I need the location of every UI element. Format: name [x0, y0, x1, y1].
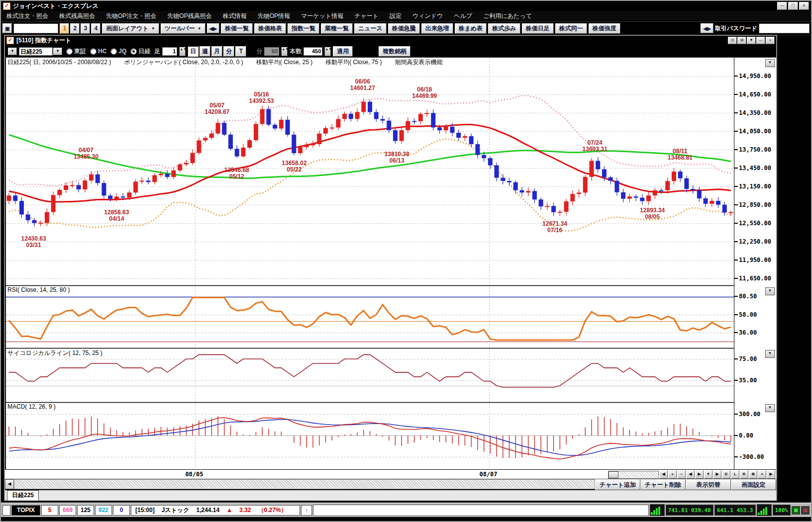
menu-item[interactable]: 設定	[384, 12, 407, 20]
minimize-icon[interactable]: —	[777, 2, 787, 10]
layout-preset-button[interactable]: 2	[70, 23, 80, 34]
minimize-icon[interactable]: —	[756, 37, 765, 44]
axis-tickmark	[734, 260, 738, 261]
legend-item: 期間高安表示機能	[395, 58, 443, 67]
radio-icon	[110, 48, 117, 55]
legend-item: ボリンジャーバンド( Close, 20, 2.0, -2.0, 0 )	[124, 58, 243, 67]
print-icon[interactable]: ⊡	[728, 37, 737, 44]
nav-button[interactable]: ◀	[686, 470, 695, 479]
menu-item[interactable]: ヘルプ	[448, 12, 478, 20]
toolbar-menu-button[interactable]: ツールバー▼	[161, 23, 205, 34]
market-radio-JQ[interactable]: JQ	[110, 47, 126, 56]
shortcut-button[interactable]: 株価日足	[522, 23, 554, 34]
screen-layout-button[interactable]: 画面レイアウト▼	[102, 23, 159, 34]
market-radio-東証[interactable]: 東証	[66, 47, 86, 56]
nav-button[interactable]: ▼	[704, 470, 712, 479]
nav-button[interactable]: −	[677, 470, 686, 479]
plot-zone: 日経225( 日, 2006/10/25 - 2008/08/22 )ボリンジャ…	[5, 58, 734, 469]
market-radio-日経[interactable]: 日経	[130, 47, 150, 56]
maximize-icon[interactable]: □	[788, 2, 798, 10]
market-radio-HC[interactable]: HC	[90, 47, 106, 56]
panel-dropdown-icon[interactable]: ▼	[765, 350, 775, 358]
period-button-T[interactable]: T	[235, 46, 246, 57]
axis-tick-label: -300.00	[739, 453, 764, 460]
toolbar-collapse-icon[interactable]: ◀▶	[207, 23, 219, 33]
nav-button[interactable]: D	[722, 470, 730, 479]
quick-entry-input[interactable]	[13, 23, 58, 33]
nav-button[interactable]: ◀	[659, 470, 668, 479]
close-icon[interactable]: ×	[799, 2, 809, 10]
multi-symbol-button[interactable]: 複数銘柄	[379, 46, 410, 57]
menu-item[interactable]: チャート	[349, 12, 384, 20]
nav-button[interactable]: ＋	[668, 470, 677, 479]
chart-action-button[interactable]: 画面設定	[731, 479, 776, 490]
bar-interval-input[interactable]	[162, 47, 177, 56]
menu-item[interactable]: マーケット情報	[296, 12, 349, 20]
menu-item[interactable]: 先物OP残高照会	[162, 12, 217, 20]
scrollbar-thumb[interactable]	[609, 471, 618, 478]
chart-mini-scrollbar[interactable]	[608, 471, 659, 479]
scroll-up-icon[interactable]: ↑	[301, 505, 312, 516]
chevron-down-icon[interactable]: ▼	[8, 48, 17, 55]
layout-preset-button[interactable]: 4	[91, 23, 101, 34]
chart-action-button[interactable]: チャート追加	[595, 479, 640, 490]
scroll-left-icon[interactable]: ◀	[5, 479, 14, 489]
shortcut-button[interactable]: 出来急増	[421, 23, 453, 34]
horizontal-scrollbar[interactable]	[14, 479, 595, 489]
price-chart-canvas[interactable]	[6, 58, 734, 469]
shortcut-button[interactable]: ニュース	[354, 23, 387, 34]
nav-button[interactable]: L	[731, 470, 739, 479]
nav-button[interactable]: ▶	[695, 470, 704, 479]
collapse-icon[interactable]: ▼	[747, 37, 756, 44]
windows-icon[interactable]: ▣	[2, 23, 12, 33]
menu-item[interactable]: 先物OP注文・照会	[101, 12, 162, 20]
close-icon[interactable]: ×	[766, 37, 775, 44]
shortcut-button[interactable]: 株価格表	[254, 23, 286, 34]
layout-preset-button[interactable]: 3	[81, 23, 90, 34]
layout-button-group: 1234	[60, 23, 101, 34]
bar-count-input[interactable]	[304, 47, 322, 56]
nav-button[interactable]: ▶	[767, 470, 775, 479]
spinner-icon[interactable]: ▲▼	[324, 47, 331, 56]
apply-button[interactable]: 適用	[333, 46, 353, 57]
axis-tick-label: 80.50	[739, 293, 757, 300]
chart-action-button[interactable]: 表示切替	[686, 479, 731, 490]
arrows-icon[interactable]: ◀▶	[701, 23, 713, 33]
symbol-select[interactable]: 日経225 ▼	[19, 47, 62, 56]
menu-item[interactable]: 先物OP情報	[252, 12, 296, 20]
menu-item[interactable]: 株式残高照会	[54, 12, 101, 20]
menu-item[interactable]: 株式注文・照会	[1, 12, 54, 20]
axis-tick-label: 58.00	[739, 311, 757, 318]
chart-window-titlebar[interactable]: ✓ [5110] 指数チャート ⊡⊞▼—×	[5, 36, 776, 45]
trade-password-input[interactable]	[759, 23, 810, 33]
panel-dropdown-icon[interactable]: ▼	[765, 59, 775, 67]
menu-item[interactable]: ご利用にあたって	[478, 12, 537, 20]
menu-item[interactable]: ウィンドウ	[407, 12, 448, 20]
shortcut-button[interactable]: 株価急騰	[388, 23, 420, 34]
shortcut-button[interactable]: 業種一覧	[321, 23, 353, 34]
copy-icon[interactable]: ⊞	[737, 37, 746, 44]
period-button-月[interactable]: 月	[211, 46, 222, 57]
tab-nikkei225[interactable]: 日経225	[7, 490, 39, 501]
layout-preset-button[interactable]: 1	[60, 23, 69, 34]
period-button-日[interactable]: 日	[188, 46, 199, 57]
nav-button[interactable]: ×	[758, 470, 766, 479]
spinner-icon[interactable]: ▲▼	[179, 47, 186, 56]
nav-button[interactable]: ▶	[713, 470, 721, 479]
ticker-checkbox[interactable]	[2, 505, 10, 516]
nav-button[interactable]: ⊕	[749, 470, 757, 479]
menu-item[interactable]: 株式情報	[217, 12, 252, 20]
panel-dropdown-icon[interactable]: ▼	[765, 287, 775, 295]
period-button-週[interactable]: 週	[200, 46, 210, 57]
nav-button[interactable]: R	[740, 470, 748, 479]
shortcut-button[interactable]: 株式歩み	[488, 23, 520, 34]
shortcut-button[interactable]: 株まめ表	[455, 23, 487, 34]
period-button-分[interactable]: 分	[223, 46, 234, 57]
shortcut-button[interactable]: 株式同一	[555, 23, 587, 34]
chart-action-button[interactable]: チャート削除	[640, 479, 686, 490]
chevron-down-icon[interactable]: ▼	[53, 48, 62, 55]
shortcut-button[interactable]: 指数一覧	[288, 23, 319, 34]
shortcut-button[interactable]: 株価強度	[589, 23, 620, 34]
panel-dropdown-icon[interactable]: ▼	[765, 404, 775, 412]
shortcut-button[interactable]: 株価一覧	[221, 23, 253, 34]
